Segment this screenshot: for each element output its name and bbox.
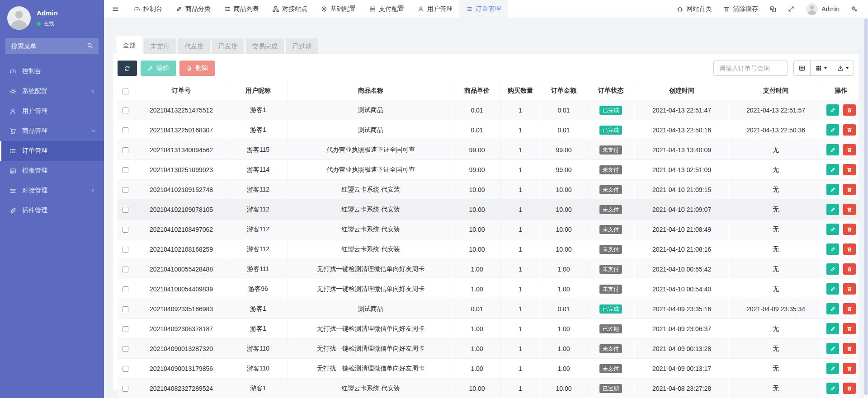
delete-button[interactable]: 删除 bbox=[179, 61, 215, 76]
cell-amount: 10.00 bbox=[541, 180, 587, 200]
row-delete-button[interactable] bbox=[843, 263, 856, 275]
status-tab[interactable]: 代发货 bbox=[178, 38, 210, 54]
row-checkbox[interactable] bbox=[123, 147, 128, 153]
row-edit-button[interactable] bbox=[826, 144, 839, 155]
row-checkbox[interactable] bbox=[123, 247, 128, 253]
sidebar-item[interactable]: 用户管理 bbox=[0, 101, 104, 121]
row-delete-button[interactable] bbox=[843, 363, 856, 374]
row-checkbox[interactable] bbox=[123, 306, 128, 312]
row-delete-button[interactable] bbox=[843, 323, 856, 334]
row-delete-button[interactable] bbox=[843, 124, 856, 136]
row-checkbox[interactable] bbox=[123, 386, 128, 392]
row-delete-button[interactable] bbox=[843, 184, 856, 195]
sidebar-item[interactable]: 订单管理 bbox=[0, 141, 104, 161]
row-edit-button[interactable] bbox=[826, 343, 839, 354]
row-edit-button[interactable] bbox=[826, 164, 839, 175]
sidebar-item[interactable]: 插件管理 bbox=[0, 201, 104, 220]
row-checkbox[interactable] bbox=[123, 108, 128, 113]
cell-qty: 1 bbox=[500, 319, 541, 339]
row-edit-button[interactable] bbox=[826, 323, 839, 334]
topnav-item[interactable]: 用户管理 bbox=[411, 0, 459, 18]
row-delete-button[interactable] bbox=[843, 164, 856, 175]
menu-search-input[interactable] bbox=[5, 38, 99, 54]
select-all-checkbox[interactable] bbox=[123, 89, 128, 94]
row-edit-button[interactable] bbox=[826, 243, 839, 255]
status-tab[interactable]: 未支付 bbox=[144, 38, 176, 54]
settings-button[interactable] bbox=[845, 0, 863, 18]
order-search-input[interactable] bbox=[713, 61, 788, 76]
row-edit-button[interactable] bbox=[826, 283, 839, 295]
sidebar-item[interactable]: 系统配置 bbox=[0, 81, 104, 101]
status-tab[interactable]: 全部 bbox=[117, 36, 142, 54]
row-edit-button[interactable] bbox=[826, 263, 839, 275]
pencil-icon bbox=[830, 306, 835, 312]
export-button[interactable] bbox=[832, 61, 854, 76]
topnav-item[interactable]: 基础配置 bbox=[314, 0, 363, 18]
row-delete-button[interactable] bbox=[843, 383, 856, 394]
status-tab[interactable]: 已发货 bbox=[212, 38, 244, 54]
row-checkbox[interactable] bbox=[123, 346, 128, 352]
row-delete-button[interactable] bbox=[843, 343, 856, 354]
row-edit-button[interactable] bbox=[826, 104, 839, 116]
cell-order-no: 202104132250168307 bbox=[134, 120, 229, 140]
sidebar-item[interactable]: 控制台 bbox=[0, 61, 104, 81]
fullscreen-button[interactable] bbox=[782, 0, 800, 18]
row-edit-button[interactable] bbox=[826, 383, 839, 394]
row-edit-button[interactable] bbox=[826, 303, 839, 314]
sidebar-item[interactable]: 对接管理 bbox=[0, 181, 104, 201]
row-checkbox[interactable] bbox=[123, 267, 128, 272]
row-checkbox[interactable] bbox=[123, 187, 128, 193]
row-edit-button[interactable] bbox=[826, 363, 839, 374]
cell-order-no: 202104130251099023 bbox=[134, 160, 229, 180]
row-edit-button[interactable] bbox=[826, 124, 839, 136]
cell-price: 99.00 bbox=[454, 160, 500, 180]
detail-view-button[interactable] bbox=[793, 61, 811, 76]
refresh-button[interactable] bbox=[118, 61, 137, 76]
col-amount: 订单金额 bbox=[541, 82, 587, 100]
row-delete-button[interactable] bbox=[843, 104, 856, 116]
edit-button[interactable]: 编辑 bbox=[141, 61, 176, 76]
sidebar-item[interactable]: 模板管理 bbox=[0, 161, 104, 181]
topnav-item[interactable]: 控制台 bbox=[127, 0, 169, 18]
cell-product: 无打扰一键检测清理微信单向好友周卡 bbox=[288, 259, 454, 279]
topnav-item[interactable]: 支付配置 bbox=[363, 0, 411, 18]
row-checkbox[interactable] bbox=[123, 167, 128, 173]
topnav-item[interactable]: 对接站点 bbox=[266, 0, 314, 18]
cell-paid: 无 bbox=[729, 160, 823, 180]
row-edit-button[interactable] bbox=[826, 224, 839, 235]
topnav-item[interactable]: 订单管理 bbox=[459, 0, 508, 18]
user-menu[interactable]: Admin bbox=[800, 0, 845, 18]
row-checkbox[interactable] bbox=[123, 286, 128, 292]
row-checkbox[interactable] bbox=[123, 127, 128, 133]
menu-toggle-button[interactable] bbox=[104, 0, 127, 18]
clear-cache-link[interactable]: 清除缓存 bbox=[717, 0, 764, 18]
status-tab[interactable]: 已过期 bbox=[286, 38, 318, 54]
topnav-item[interactable]: 商品列表 bbox=[217, 0, 266, 18]
status-tab[interactable]: 交易完成 bbox=[246, 38, 284, 54]
avatar[interactable] bbox=[7, 6, 31, 30]
cell-created: 2021-04-13 13:40:09 bbox=[635, 140, 729, 160]
cell-created: 2021-04-10 21:08:49 bbox=[635, 220, 729, 239]
row-delete-button[interactable] bbox=[843, 224, 856, 235]
row-checkbox[interactable] bbox=[123, 227, 128, 233]
sidebar-item[interactable]: 商品管理 bbox=[0, 121, 104, 141]
scrollbar[interactable] bbox=[864, 18, 868, 398]
topnav-item[interactable]: 商品分类 bbox=[169, 0, 217, 18]
columns-button[interactable] bbox=[810, 61, 832, 76]
row-edit-button[interactable] bbox=[826, 184, 839, 195]
status-badge: 已过期 bbox=[599, 324, 622, 333]
language-button[interactable] bbox=[764, 0, 782, 18]
row-delete-button[interactable] bbox=[843, 283, 856, 295]
row-checkbox[interactable] bbox=[123, 326, 128, 332]
row-checkbox[interactable] bbox=[123, 207, 128, 213]
row-checkbox[interactable] bbox=[123, 366, 128, 372]
scrollbar-thumb[interactable] bbox=[864, 19, 868, 395]
row-delete-button[interactable] bbox=[843, 303, 856, 314]
row-delete-button[interactable] bbox=[843, 144, 856, 155]
row-edit-button[interactable] bbox=[826, 204, 839, 215]
row-checkbox-cell bbox=[118, 180, 134, 200]
row-delete-button[interactable] bbox=[843, 204, 856, 215]
site-home-link[interactable]: 网站首页 bbox=[671, 0, 717, 18]
row-delete-button[interactable] bbox=[843, 243, 856, 255]
orders-table: 订单号 用户昵称 商品名称 商品单价 购买数量 订单金额 订单状态 创建时间 支… bbox=[118, 82, 859, 398]
